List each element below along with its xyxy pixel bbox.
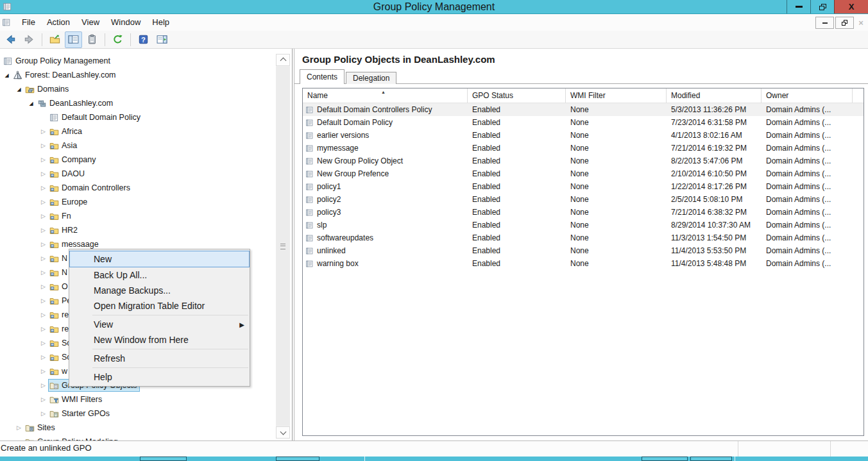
menu-window[interactable]: Window (105, 15, 146, 30)
close-button[interactable]: X (834, 0, 868, 13)
column-header-wmi-filter[interactable]: WMI Filter (566, 88, 667, 103)
menu-view[interactable]: View (76, 15, 105, 30)
tree-item-domains[interactable]: ◢Domains (0, 82, 273, 96)
taskbar-segment[interactable] (140, 457, 187, 461)
table-row[interactable]: Default Domain Controllers PolicyEnabled… (303, 103, 864, 116)
table-row[interactable]: policy3EnabledNone7/21/2014 6:38:32 PMDo… (303, 206, 864, 219)
tree-scrollbar[interactable] (276, 54, 290, 439)
expander-collapsed-icon[interactable]: ▷ (38, 368, 48, 374)
tree-item-company[interactable]: ▷Company (0, 153, 273, 167)
tree-item-asia[interactable]: ▷Asia (0, 138, 273, 153)
context-menu-item-manage-backups[interactable]: Manage Backups... (69, 283, 250, 298)
expander-collapsed-icon[interactable]: ▷ (38, 312, 48, 318)
expander-collapsed-icon[interactable]: ▷ (38, 185, 48, 191)
help-button[interactable] (135, 31, 152, 48)
export-button[interactable] (46, 31, 64, 48)
expander-expanded-icon[interactable]: ◢ (14, 87, 24, 92)
tree-item-fn[interactable]: ▷Fn (0, 209, 273, 223)
table-row[interactable]: softwareupdatesEnabledNone11/3/2013 1:54… (303, 231, 864, 244)
refresh-button[interactable] (109, 31, 126, 48)
tree-item-starter-gpos[interactable]: ▷Starter GPOs (0, 407, 273, 421)
tree-item-domain-controllers[interactable]: ▷Domain Controllers (0, 181, 273, 195)
tree-item-default-domain-policy[interactable]: Default Domain Policy (0, 110, 273, 124)
scroll-up-button[interactable] (276, 54, 290, 66)
table-row[interactable]: policy2EnabledNone2/5/2014 5:08:10 PMDom… (303, 193, 864, 206)
taskbar-segment[interactable] (690, 457, 732, 461)
tab-strip: ContentsDelegation (300, 70, 398, 84)
context-menu-item-help[interactable]: Help (69, 369, 250, 385)
tree-item-wmi-filters[interactable]: ▷WMI Filters (0, 392, 273, 407)
expander-collapsed-icon[interactable]: ▷ (38, 241, 48, 247)
context-menu-item-view[interactable]: View▶ (69, 317, 250, 332)
menu-help[interactable]: Help (146, 15, 175, 30)
table-row[interactable]: earlier versionsEnabledNone4/1/2013 8:02… (303, 129, 864, 142)
tree-item-forest-deanlashley-com[interactable]: ◢Forest: DeanLashley.com (0, 68, 273, 82)
console-tree-button[interactable] (65, 31, 82, 48)
table-row[interactable]: New Group Policy ObjectEnabledNone8/2/20… (303, 155, 864, 167)
expander-collapsed-icon[interactable]: ▷ (38, 128, 48, 135)
expander-expanded-icon[interactable]: ◢ (2, 72, 12, 78)
tree-item-deanlashley-com[interactable]: ◢DeanLashley.com (0, 96, 273, 110)
expander-collapsed-icon[interactable]: ▷ (38, 213, 48, 219)
tab-contents[interactable]: Contents (300, 69, 345, 84)
table-row[interactable]: New Group PrefenceEnabledNone2/10/2014 6… (303, 167, 864, 180)
tree-item-daou[interactable]: ▷DAOU (0, 167, 273, 181)
table-row[interactable]: unlinkedEnabledNone11/4/2013 5:53:50 PMD… (303, 244, 864, 257)
scrollbar-thumb[interactable] (276, 67, 290, 426)
column-header-name[interactable]: Name▲ (303, 88, 468, 103)
expander-collapsed-icon[interactable]: ▷ (38, 326, 48, 332)
expander-collapsed-icon[interactable]: ▷ (38, 255, 48, 262)
table-row[interactable]: warning boxEnabledNone11/4/2013 5:48:48 … (303, 257, 864, 270)
expander-collapsed-icon[interactable]: ▷ (38, 410, 48, 417)
tree-item-group-policy-management[interactable]: Group Policy Management (0, 54, 273, 68)
tree-item-europe[interactable]: ▷Europe (0, 195, 273, 209)
column-header-gpo-status[interactable]: GPO Status (468, 88, 566, 103)
expander-collapsed-icon[interactable]: ▷ (14, 424, 24, 431)
expander-collapsed-icon[interactable]: ▷ (38, 354, 48, 360)
column-header-owner[interactable]: Owner (762, 88, 853, 103)
tree-item-africa[interactable]: ▷Africa (0, 124, 273, 138)
tree-item-label: re (62, 324, 69, 333)
tree-item-hr2[interactable]: ▷HR2 (0, 223, 273, 237)
expander-collapsed-icon[interactable]: ▷ (38, 396, 48, 403)
table-row[interactable]: Default Domain PolicyEnabledNone7/23/201… (303, 116, 864, 129)
expander-collapsed-icon[interactable]: ▷ (38, 269, 48, 276)
context-menu-item-new[interactable]: New (69, 251, 250, 267)
context-menu-item-back-up-all[interactable]: Back Up All... (69, 267, 250, 283)
expander-collapsed-icon[interactable]: ▷ (38, 171, 48, 177)
restore-button[interactable] (810, 0, 834, 13)
menu-file[interactable]: File (16, 15, 41, 30)
context-menu-item-open-migration-table-editor[interactable]: Open Migration Table Editor (69, 298, 250, 314)
expander-collapsed-icon[interactable]: ▷ (38, 298, 48, 304)
expander-collapsed-icon[interactable]: ▷ (38, 283, 48, 290)
column-header-modified[interactable]: Modified (667, 88, 762, 103)
scroll-down-button[interactable] (276, 426, 290, 439)
expander-collapsed-icon[interactable]: ▷ (38, 142, 48, 149)
expander-collapsed-icon[interactable]: ▷ (38, 156, 48, 163)
forward-button[interactable] (21, 31, 38, 48)
tree-item-group-policy-modeling[interactable]: Group Policy Modeling (0, 435, 273, 440)
taskbar-segment[interactable] (642, 457, 688, 461)
table-row[interactable]: policy1EnabledNone1/22/2014 8:17:26 PMDo… (303, 180, 864, 193)
action-pane-button[interactable] (153, 31, 171, 48)
tab-delegation[interactable]: Delegation (346, 72, 396, 84)
child-minimize-button[interactable] (815, 17, 834, 29)
back-button[interactable] (2, 31, 19, 48)
expander-collapsed-icon[interactable]: ▷ (38, 199, 48, 205)
table-row[interactable]: mymessageEnabledNone7/21/2014 6:19:32 PM… (303, 142, 864, 155)
expander-collapsed-icon[interactable]: ▷ (38, 340, 48, 346)
tree-item-sites[interactable]: ▷Sites (0, 421, 273, 435)
wmi_filter-cell: None (566, 167, 667, 180)
minimize-button[interactable] (787, 0, 810, 13)
menu-action[interactable]: Action (41, 15, 76, 30)
table-row[interactable]: slpEnabledNone8/29/2014 10:37:30 AMDomai… (303, 219, 864, 231)
taskbar-segment[interactable] (276, 457, 319, 461)
child-close-button[interactable]: × (855, 18, 867, 28)
context-menu-item-new-window-from-here[interactable]: New Window from Here (69, 332, 250, 348)
expander-collapsed-icon[interactable]: ▷ (38, 227, 48, 233)
expander-expanded-icon[interactable]: ◢ (26, 101, 36, 106)
expander-collapsed-icon[interactable]: ▷ (38, 382, 48, 389)
clipboard-button[interactable] (83, 31, 101, 48)
context-menu-item-refresh[interactable]: Refresh (69, 351, 250, 366)
child-restore-button[interactable] (835, 17, 854, 29)
